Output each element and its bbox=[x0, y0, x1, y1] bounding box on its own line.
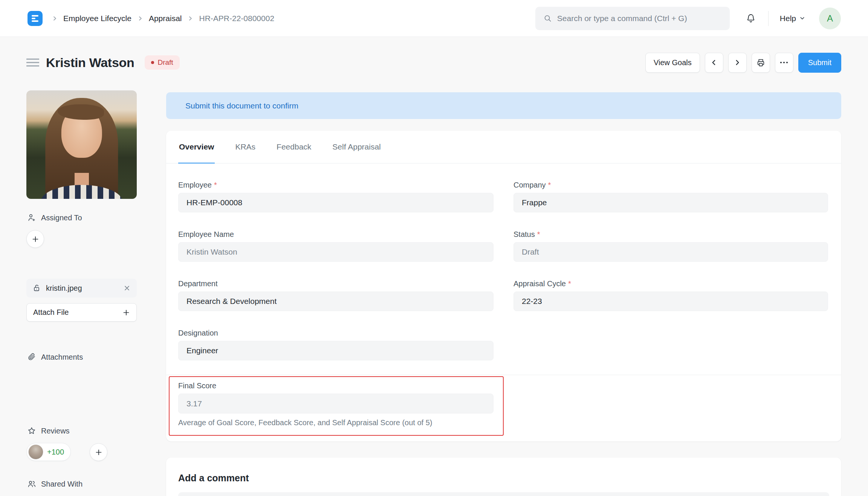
printer-icon bbox=[756, 58, 766, 67]
ellipsis-icon bbox=[780, 61, 788, 64]
add-assignment-button[interactable] bbox=[26, 230, 44, 248]
tab-self-appraisal[interactable]: Self Appraisal bbox=[332, 131, 381, 163]
designation-input[interactable]: Engineer bbox=[178, 341, 494, 360]
field-employee: Employee * HR-EMP-00008 bbox=[178, 181, 494, 212]
star-icon bbox=[27, 426, 36, 435]
status-dot-icon bbox=[151, 61, 154, 64]
form-column-left: Employee * HR-EMP-00008 Employee Name Kr… bbox=[178, 181, 494, 378]
frappe-logo-icon bbox=[31, 14, 39, 23]
navbar-divider bbox=[768, 11, 769, 26]
field-appraisal-cycle: Appraisal Cycle * 22-23 bbox=[513, 279, 828, 311]
employee-photo[interactable] bbox=[26, 90, 137, 199]
required-marker: * bbox=[537, 230, 540, 239]
attachment-file-name: kristin.jpeg bbox=[46, 284, 119, 293]
appraisal-form-card: Overview KRAs Feedback Self Appraisal Em… bbox=[166, 131, 841, 441]
breadcrumb-item-appraisal[interactable]: Appraisal bbox=[149, 14, 182, 23]
final-score-input[interactable]: 3.17 bbox=[178, 394, 494, 414]
breadcrumb-item-employee-lifecycle[interactable]: Employee Lifecycle bbox=[63, 14, 131, 23]
reviews-section-header: Reviews bbox=[27, 426, 70, 435]
paperclip-icon bbox=[27, 353, 36, 362]
help-menu[interactable]: Help bbox=[780, 14, 805, 23]
user-avatar[interactable]: A bbox=[819, 8, 841, 29]
page-title: Kristin Watson bbox=[46, 55, 134, 70]
field-status: Status * Draft bbox=[513, 230, 828, 262]
field-company: Company * Frappe bbox=[513, 181, 828, 212]
chevron-right-icon bbox=[734, 59, 741, 66]
attach-file-label: Attach File bbox=[33, 308, 69, 317]
breadcrumb-item-document-id[interactable]: HR-APR-22-0800002 bbox=[199, 14, 274, 23]
final-score-label: Final Score bbox=[178, 382, 494, 390]
required-marker: * bbox=[214, 181, 217, 189]
field-label: Appraisal Cycle bbox=[513, 279, 566, 288]
search-input[interactable] bbox=[557, 14, 721, 23]
add-comment-title: Add a comment bbox=[178, 473, 829, 484]
assigned-to-section-header: Assigned To bbox=[27, 213, 82, 222]
attach-file-button[interactable]: Attach File bbox=[26, 303, 137, 322]
avatar-initial: A bbox=[827, 13, 833, 24]
reviews-label: Reviews bbox=[41, 427, 70, 435]
header-actions: View Goals Submit bbox=[645, 53, 841, 73]
plus-icon bbox=[95, 449, 102, 456]
breadcrumb: Employee Lifecycle Appraisal HR-APR-22-0… bbox=[52, 14, 274, 23]
department-input[interactable]: Research & Development bbox=[178, 291, 494, 311]
plus-icon bbox=[32, 235, 39, 243]
notifications-button[interactable] bbox=[746, 13, 756, 24]
document-header: Kristin Watson Draft View Goals bbox=[26, 52, 841, 73]
form-grid: Employee * HR-EMP-00008 Employee Name Kr… bbox=[166, 163, 841, 378]
field-label: Department bbox=[178, 279, 218, 288]
employee-input[interactable]: HR-EMP-00008 bbox=[178, 193, 494, 212]
field-final-score: Final Score 3.17 Average of Goal Score, … bbox=[178, 382, 494, 427]
plus-icon bbox=[122, 309, 130, 316]
reviewers-group[interactable]: +100 bbox=[26, 443, 71, 461]
field-label: Status bbox=[513, 230, 535, 239]
unlock-icon bbox=[33, 284, 41, 292]
next-document-button[interactable] bbox=[728, 53, 747, 73]
help-label: Help bbox=[780, 14, 796, 23]
chevron-down-icon bbox=[799, 15, 805, 21]
bell-icon bbox=[746, 13, 756, 24]
comment-input[interactable] bbox=[178, 492, 829, 496]
status-input[interactable]: Draft bbox=[513, 242, 828, 262]
add-review-button[interactable] bbox=[90, 443, 107, 461]
final-score-description: Average of Goal Score, Feedback Score, a… bbox=[178, 418, 494, 427]
global-search[interactable] bbox=[535, 7, 730, 30]
field-department: Department Research & Development bbox=[178, 279, 494, 311]
tab-feedback[interactable]: Feedback bbox=[276, 131, 312, 163]
reviewers-count-badge: +100 bbox=[47, 448, 64, 456]
shared-with-section-header: Shared With bbox=[27, 479, 83, 488]
appraisal-cycle-input[interactable]: 22-23 bbox=[513, 291, 828, 311]
field-employee-name: Employee Name Kristin Watson bbox=[178, 230, 494, 262]
navbar: Employee Lifecycle Appraisal HR-APR-22-0… bbox=[0, 0, 868, 37]
attachments-label: Attachments bbox=[41, 353, 83, 362]
required-marker: * bbox=[568, 279, 571, 288]
chevron-right-icon bbox=[137, 15, 143, 21]
view-goals-button[interactable]: View Goals bbox=[645, 53, 700, 73]
submit-button[interactable]: Submit bbox=[798, 53, 841, 73]
field-label: Employee Name bbox=[178, 230, 234, 239]
chevron-right-icon bbox=[187, 15, 193, 21]
chevron-left-icon bbox=[711, 59, 717, 66]
field-label: Company bbox=[513, 181, 546, 189]
status-badge: Draft bbox=[145, 55, 179, 70]
app-logo[interactable] bbox=[28, 11, 43, 26]
remove-attachment-button[interactable] bbox=[124, 285, 130, 291]
field-label: Employee bbox=[178, 181, 212, 189]
form-tabs: Overview KRAs Feedback Self Appraisal bbox=[166, 131, 841, 163]
tab-kras[interactable]: KRAs bbox=[234, 131, 256, 163]
status-badge-label: Draft bbox=[157, 58, 173, 67]
assigned-to-label: Assigned To bbox=[41, 214, 82, 222]
assign-user-icon bbox=[27, 213, 36, 222]
sidebar-toggle-button[interactable] bbox=[26, 58, 39, 67]
company-input[interactable]: Frappe bbox=[513, 193, 828, 212]
submit-banner-message[interactable]: Submit this document to confirm bbox=[185, 101, 298, 110]
required-marker: * bbox=[548, 181, 551, 189]
chevron-right-icon bbox=[52, 15, 58, 21]
more-options-button[interactable] bbox=[775, 53, 793, 73]
tab-overview[interactable]: Overview bbox=[178, 131, 215, 163]
employee-name-input[interactable]: Kristin Watson bbox=[178, 242, 494, 262]
menu-icon bbox=[26, 58, 39, 67]
print-button[interactable] bbox=[752, 53, 770, 73]
previous-document-button[interactable] bbox=[705, 53, 723, 73]
attachment-item[interactable]: kristin.jpeg bbox=[26, 279, 137, 298]
submit-banner: Submit this document to confirm bbox=[166, 92, 841, 119]
